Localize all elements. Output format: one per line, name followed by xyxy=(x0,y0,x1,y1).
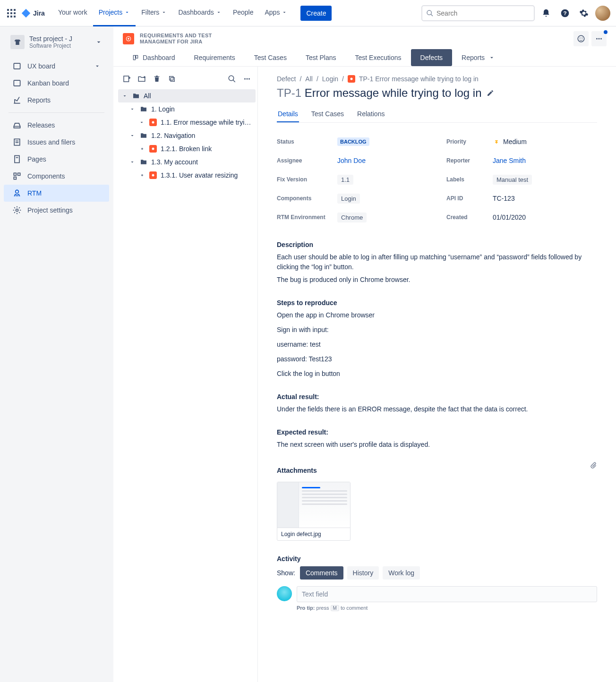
svg-point-29 xyxy=(580,38,581,39)
delete-icon[interactable] xyxy=(152,74,162,84)
created-value: 01/01/2020 xyxy=(493,213,526,221)
svg-point-32 xyxy=(599,38,600,40)
tree-search-icon[interactable] xyxy=(227,74,237,84)
tab-test-cases[interactable]: Test Cases xyxy=(245,49,296,66)
search-input[interactable] xyxy=(436,9,530,17)
detail-tab-relations[interactable]: Relations xyxy=(356,106,385,122)
sidebar-item-rtm[interactable]: RTM xyxy=(4,185,109,202)
sidebar-item-components[interactable]: Components xyxy=(4,168,109,185)
app-switcher-icon[interactable] xyxy=(6,8,17,19)
fixversion-tag[interactable]: 1.1 xyxy=(337,175,353,185)
jira-logo[interactable]: Jira xyxy=(21,8,45,18)
activity-chip-comments[interactable]: Comments xyxy=(300,566,343,580)
detail-tab-details[interactable]: Details xyxy=(277,106,299,122)
tab-dashboard[interactable]: Dashboard xyxy=(123,49,185,66)
step-text: Click the log in button xyxy=(277,369,597,379)
tree-node[interactable]: 1.3. My account xyxy=(118,155,256,169)
copy-icon[interactable] xyxy=(167,74,177,84)
create-button[interactable]: Create xyxy=(300,6,332,21)
nav-filters[interactable]: Filters xyxy=(136,0,172,26)
attachment-icon[interactable] xyxy=(590,461,597,469)
reporter-link[interactable]: Jane Smith xyxy=(493,157,526,164)
activity-heading: Activity xyxy=(277,555,597,563)
sidebar-item-reports[interactable]: Reports xyxy=(4,92,109,109)
project-sidebar: Test project - J Software Project UX boa… xyxy=(0,26,113,682)
tree-pane: All1. Login1.1. Error message while tryi… xyxy=(113,67,258,682)
project-header[interactable]: Test project - J Software Project xyxy=(4,30,109,54)
svg-rect-19 xyxy=(15,156,19,163)
assignee-link[interactable]: John Doe xyxy=(337,157,366,164)
svg-point-45 xyxy=(244,78,246,80)
tree-node[interactable]: 1. Login xyxy=(118,102,256,116)
sidebar-item-issues-and-filers[interactable]: Issues and filers xyxy=(4,134,109,151)
tab-requirements[interactable]: Requirements xyxy=(185,49,245,66)
svg-line-44 xyxy=(233,80,235,82)
label-tag[interactable]: Manual test xyxy=(493,175,532,185)
settings-icon[interactable] xyxy=(576,6,591,21)
new-item-icon[interactable] xyxy=(122,74,131,84)
sidebar-item-project-settings[interactable]: Project settings xyxy=(4,202,109,219)
new-folder-icon[interactable] xyxy=(137,74,146,84)
svg-point-51 xyxy=(350,78,352,80)
edit-icon[interactable] xyxy=(487,89,494,97)
crumb[interactable]: All xyxy=(305,75,313,83)
tree-more-icon[interactable] xyxy=(242,74,252,84)
tree-node[interactable]: All xyxy=(118,89,256,102)
help-icon[interactable]: ? xyxy=(557,6,573,21)
description-text: Each user should be able to log in after… xyxy=(277,252,597,272)
search-icon xyxy=(426,9,434,17)
notifications-icon[interactable] xyxy=(539,6,554,21)
nav-people[interactable]: People xyxy=(227,0,259,26)
svg-rect-13 xyxy=(16,40,20,41)
user-avatar[interactable] xyxy=(595,6,610,21)
search-box[interactable] xyxy=(421,5,535,21)
more-actions-icon[interactable] xyxy=(591,31,607,46)
priority-value[interactable]: Medium xyxy=(493,138,527,145)
top-nav: Jira Your workProjects Filters Dashboard… xyxy=(0,0,616,26)
jira-logo-text: Jira xyxy=(33,9,45,17)
detail-tab-test-cases[interactable]: Test Cases xyxy=(310,106,345,122)
sidebar-item-ux-board[interactable]: UX board xyxy=(4,58,109,75)
svg-point-47 xyxy=(248,78,250,80)
svg-rect-22 xyxy=(18,173,20,175)
sidebar-item-releases[interactable]: Releases xyxy=(4,117,109,134)
svg-rect-1 xyxy=(10,9,12,11)
comment-input[interactable]: Text field xyxy=(297,586,597,602)
sidebar-item-kanban-board[interactable]: Kanban board xyxy=(4,75,109,92)
app-title-line1: REQUIREMENTS AND TEST xyxy=(140,33,212,39)
tab-defects[interactable]: Defects xyxy=(411,49,452,66)
svg-rect-8 xyxy=(14,16,16,17)
env-tag[interactable]: Chrome xyxy=(337,213,367,222)
sidebar-item-pages[interactable]: Pages xyxy=(4,151,109,168)
svg-rect-0 xyxy=(7,9,9,11)
svg-rect-7 xyxy=(10,16,12,17)
svg-point-50 xyxy=(152,174,154,177)
crumb[interactable]: Defect xyxy=(277,75,296,83)
tab-reports[interactable]: Reports xyxy=(452,49,505,66)
crumb[interactable]: Login xyxy=(322,75,338,83)
svg-rect-34 xyxy=(133,55,135,60)
svg-point-31 xyxy=(596,38,598,40)
nav-apps[interactable]: Apps xyxy=(259,0,293,26)
svg-rect-36 xyxy=(124,76,129,82)
tab-test-plans[interactable]: Test Plans xyxy=(296,49,346,66)
activity-chip-history[interactable]: History xyxy=(347,566,379,580)
status-badge[interactable]: BACKLOG xyxy=(337,137,369,146)
attachment-card[interactable]: Login defect.jpg xyxy=(277,482,351,541)
nav-projects[interactable]: Projects xyxy=(93,0,136,26)
tree-node[interactable]: •1.2.1. Broken link xyxy=(118,142,256,155)
tree-node[interactable]: •1.3.1. User avatar resizing xyxy=(118,169,256,182)
activity-chip-work-log[interactable]: Work log xyxy=(383,566,420,580)
tree-node[interactable]: 1.1. Error message while trying to log i… xyxy=(118,116,256,129)
feedback-icon[interactable] xyxy=(573,31,589,46)
tab-test-executions[interactable]: Test Executions xyxy=(346,49,411,66)
crumb: TP-1 Error message while trying to log i… xyxy=(359,75,479,83)
tree-node[interactable]: 1.2. Navigation xyxy=(118,129,256,142)
svg-rect-4 xyxy=(10,12,12,14)
attachment-filename: Login defect.jpg xyxy=(277,528,350,540)
chevron-down-icon[interactable] xyxy=(95,38,103,46)
component-tag[interactable]: Login xyxy=(337,194,360,204)
nav-your-work[interactable]: Your work xyxy=(52,0,93,26)
rtm-app-icon xyxy=(123,33,134,44)
nav-dashboards[interactable]: Dashboards xyxy=(172,0,227,26)
